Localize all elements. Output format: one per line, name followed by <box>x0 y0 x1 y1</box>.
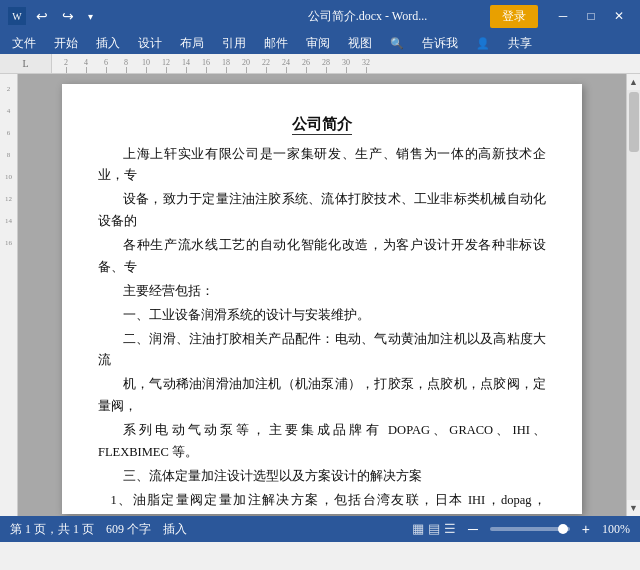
ruler-mark-22: 22 <box>256 58 276 73</box>
zoom-out-button[interactable]: ─ <box>464 519 482 539</box>
menu-layout[interactable]: 布局 <box>172 33 212 54</box>
ruler-mark-10: 10 <box>136 58 156 73</box>
doc-para-3: 各种生产流水线工艺的自动化智能化改造，为客户设计开发各种非标设备、专 <box>98 235 546 279</box>
title-bar-left: W ↩ ↪ ▾ <box>8 6 245 26</box>
doc-para-5: 一、工业设备润滑系统的设计与安装维护。 <box>98 305 546 327</box>
ruler-left-6: 6 <box>0 122 17 144</box>
menu-file[interactable]: 文件 <box>4 33 44 54</box>
scroll-up-button[interactable]: ▲ <box>627 74 641 90</box>
redo-button[interactable]: ↪ <box>58 6 78 26</box>
ruler-left-2: 2 <box>0 78 17 100</box>
scroll-thumb[interactable] <box>629 92 639 152</box>
document-scroll-area[interactable]: 公司简介 上海上轩实业有限公司是一家集研发、生产、销售为一体的高新技术企业，专 … <box>18 74 626 516</box>
ruler-left: 2 4 6 8 10 12 14 16 <box>0 74 18 516</box>
login-button[interactable]: 登录 <box>490 5 538 28</box>
document-container: 公司简介 上海上轩实业有限公司是一家集研发、生产、销售为一体的高新技术企业，专 … <box>18 74 626 516</box>
ruler-mark-4: 4 <box>76 58 96 73</box>
ruler-mark-26: 26 <box>296 58 316 73</box>
ruler-top: 2 4 6 8 10 12 14 16 18 20 22 24 26 28 30… <box>52 54 640 74</box>
ruler-left-14: 14 <box>0 210 17 232</box>
maximize-button[interactable]: □ <box>578 5 604 27</box>
doc-para-4: 主要经营包括： <box>98 281 546 303</box>
status-bar: 第 1 页，共 1 页 609 个字 插入 ▦ ▤ ☰ ─ + 100% <box>0 516 640 542</box>
window-controls: ─ □ ✕ <box>550 5 632 27</box>
view-web-icon[interactable]: ▤ <box>428 521 440 537</box>
ruler-corner: L <box>0 54 52 74</box>
ruler-mark-30: 30 <box>336 58 356 73</box>
customize-button[interactable]: ▾ <box>84 9 97 24</box>
doc-para-8: 系列电动气动泵等，主要集成品牌有 DOPAG、GRACO、IHI、FLEXBIM… <box>98 420 546 464</box>
document-page[interactable]: 公司简介 上海上轩实业有限公司是一家集研发、生产、销售为一体的高新技术企业，专 … <box>62 84 582 514</box>
scrollbar-vertical[interactable]: ▲ ▼ <box>626 74 640 516</box>
main-area: 2 4 6 8 10 12 14 16 公司简介 上海上轩实业有限公司是一家集研… <box>0 74 640 516</box>
ruler-mark-20: 20 <box>236 58 256 73</box>
menu-bar: 文件 开始 插入 设计 布局 引用 邮件 审阅 视图 🔍 告诉我 👤 共享 <box>0 32 640 54</box>
ruler-mark-12: 12 <box>156 58 176 73</box>
menu-share-icon[interactable]: 👤 <box>468 35 498 52</box>
ruler-mark-6: 6 <box>96 58 116 73</box>
ruler-mark-14: 14 <box>176 58 196 73</box>
menu-design[interactable]: 设计 <box>130 33 170 54</box>
view-icons: ▦ ▤ ☰ <box>412 521 456 537</box>
doc-title-wrapper: 公司简介 <box>98 112 546 138</box>
ruler-mark-2: 2 <box>56 58 76 73</box>
status-right: ▦ ▤ ☰ ─ + 100% <box>412 519 630 539</box>
word-count: 609 个字 <box>106 521 151 538</box>
view-print-icon[interactable]: ▦ <box>412 521 424 537</box>
menu-review[interactable]: 审阅 <box>298 33 338 54</box>
doc-title: 公司简介 <box>292 116 352 135</box>
doc-para-6: 二、润滑、注油打胶相关产品配件：电动、气动黄油加注机以及高粘度大流 <box>98 329 546 373</box>
zoom-in-button[interactable]: + <box>578 519 594 539</box>
undo-button[interactable]: ↩ <box>32 6 52 26</box>
zoom-slider-thumb[interactable] <box>558 524 568 534</box>
doc-para-7: 机，气动稀油润滑油加注机（机油泵浦），打胶泵，点胶机，点胶阀，定量阀， <box>98 374 546 418</box>
doc-para-1: 上海上轩实业有限公司是一家集研发、生产、销售为一体的高新技术企业，专 <box>98 144 546 188</box>
ruler-marks: 2 4 6 8 10 12 14 16 18 20 22 24 26 28 30… <box>52 54 640 73</box>
menu-mailings[interactable]: 邮件 <box>256 33 296 54</box>
menu-view[interactable]: 视图 <box>340 33 380 54</box>
ruler-left-10: 10 <box>0 166 17 188</box>
ruler-mark-32: 32 <box>356 58 376 73</box>
menu-home[interactable]: 开始 <box>46 33 86 54</box>
edit-mode[interactable]: 插入 <box>163 521 187 538</box>
scroll-down-button[interactable]: ▼ <box>627 500 641 516</box>
close-button[interactable]: ✕ <box>606 5 632 27</box>
menu-share[interactable]: 共享 <box>500 33 540 54</box>
menu-tell-me[interactable]: 告诉我 <box>414 33 466 54</box>
doc-content[interactable]: 上海上轩实业有限公司是一家集研发、生产、销售为一体的高新技术企业，专 设备，致力… <box>98 144 546 517</box>
ruler-left-4: 4 <box>0 100 17 122</box>
app-icon: W <box>8 7 26 25</box>
zoom-percent: 100% <box>602 522 630 537</box>
menu-insert[interactable]: 插入 <box>88 33 128 54</box>
ruler-mark-18: 18 <box>216 58 236 73</box>
document-title: 公司简介.docx - Word... <box>249 8 486 25</box>
view-outline-icon[interactable]: ☰ <box>444 521 456 537</box>
zoom-slider[interactable] <box>490 527 570 531</box>
ruler-mark-16: 16 <box>196 58 216 73</box>
scroll-track[interactable] <box>627 90 640 500</box>
ruler-top-container: L 2 4 6 8 10 12 14 16 18 20 22 24 26 28 … <box>0 54 640 74</box>
ruler-mark-8: 8 <box>116 58 136 73</box>
menu-search-icon[interactable]: 🔍 <box>382 35 412 52</box>
doc-para-2: 设备，致力于定量注油注胶系统、流体打胶技术、工业非标类机械自动化设备的 <box>98 189 546 233</box>
ruler-mark-28: 28 <box>316 58 336 73</box>
ruler-left-8: 8 <box>0 144 17 166</box>
doc-para-10: 1、油脂定量阀定量加注解决方案，包括台湾友联，日本 IHI，dopag，grac… <box>111 490 547 516</box>
ruler-left-12: 12 <box>0 188 17 210</box>
title-bar: W ↩ ↪ ▾ 公司简介.docx - Word... 登录 ─ □ ✕ <box>0 0 640 32</box>
menu-references[interactable]: 引用 <box>214 33 254 54</box>
page-info: 第 1 页，共 1 页 <box>10 521 94 538</box>
ruler-mark-24: 24 <box>276 58 296 73</box>
doc-para-9: 三、流体定量加注设计选型以及方案设计的解决方案 <box>98 466 546 488</box>
ruler-left-16: 16 <box>0 232 17 254</box>
minimize-button[interactable]: ─ <box>550 5 576 27</box>
